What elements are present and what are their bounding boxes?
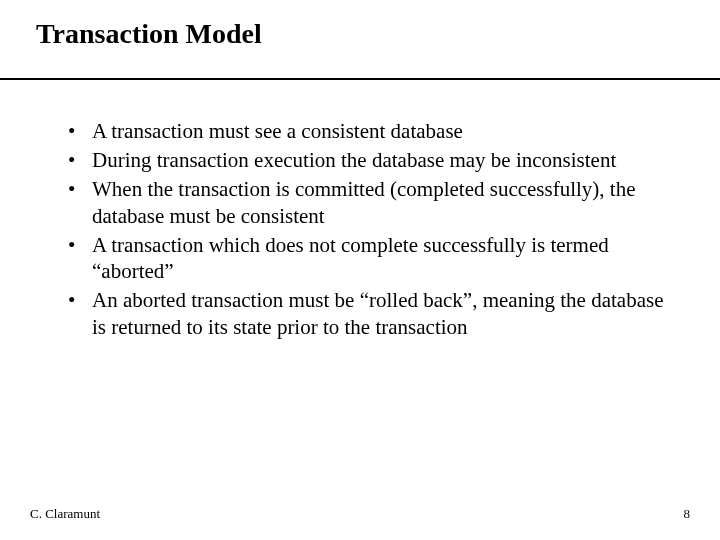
list-item: A transaction must see a consistent data… (68, 118, 672, 145)
list-item: An aborted transaction must be “rolled b… (68, 287, 672, 341)
slide: Transaction Model A transaction must see… (0, 0, 720, 540)
list-item: During transaction execution the databas… (68, 147, 672, 174)
page-title: Transaction Model (30, 18, 690, 50)
footer-author: C. Claramunt (30, 506, 100, 522)
list-item: When the transaction is committed (compl… (68, 176, 672, 230)
footer: C. Claramunt 8 (30, 506, 690, 522)
content-area: A transaction must see a consistent data… (30, 80, 690, 341)
bullet-list: A transaction must see a consistent data… (68, 118, 672, 341)
list-item: A transaction which does not complete su… (68, 232, 672, 286)
footer-page: 8 (684, 506, 691, 522)
